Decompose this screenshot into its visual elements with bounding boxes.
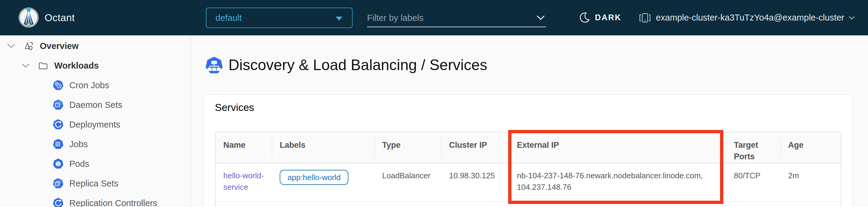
chevron-down-icon [848, 16, 855, 20]
page-title: Discovery & Load Balancing / Services [228, 56, 487, 74]
cron-jobs-icon [53, 79, 64, 91]
column-header-labels[interactable]: Labels [272, 132, 374, 163]
sidebar-item-label: Daemon Sets [69, 100, 122, 110]
sidebar-item-deployments[interactable]: Deployments [0, 115, 191, 134]
chevron-down-icon[interactable] [536, 15, 545, 21]
service-link[interactable]: hello-world-service [223, 171, 264, 191]
replication-controllers-icon [53, 197, 64, 207]
cluster-icon [638, 11, 652, 24]
caret-down-icon [336, 17, 342, 21]
namespace-selector-value: default [216, 13, 242, 23]
cell-name: hello-world-service [216, 163, 272, 202]
label-filter [367, 9, 546, 27]
sidebar-item-jobs[interactable]: Jobs [0, 134, 191, 154]
label-chip[interactable]: app:hello-world [280, 170, 348, 185]
cell-labels: app:hello-world [272, 163, 374, 202]
deployments-icon [53, 119, 64, 130]
sidebar-item-label: Replication Controllers [69, 198, 157, 207]
applications-icon [23, 40, 34, 52]
cell-external-ip: nb-104-237-148-76.newark.nodebalancer.li… [509, 163, 726, 202]
sidebar-item-workloads[interactable]: Workloads [0, 56, 191, 75]
daemon-sets-icon [53, 99, 64, 111]
cluster-selector[interactable]: example-cluster-ka3TuTzYo4a@example-clus… [638, 0, 855, 35]
table-row: hello-world-service app:hello-world Load… [216, 163, 841, 202]
sidebar-item-replica-sets[interactable]: Replica Sets [0, 174, 191, 193]
sidebar-item-label: Overview [40, 41, 79, 51]
sidebar-item-replication-controllers[interactable]: Replication Controllers [0, 193, 191, 207]
sidebar-item-daemon-sets[interactable]: Daemon Sets [0, 95, 191, 114]
sidebar-item-label: Cron Jobs [69, 80, 109, 90]
column-header-external-ip[interactable]: External IP [509, 132, 726, 163]
chevron-down-icon[interactable] [21, 63, 31, 68]
sidebar-item-pods[interactable]: Pods [0, 154, 191, 174]
octant-app: { "header": { "app_name": "Octant", "nam… [0, 0, 868, 207]
cell-target-ports: 80/TCP [726, 163, 780, 202]
theme-toggle-label: DARK [595, 13, 621, 22]
column-header-type[interactable]: Type [374, 132, 441, 163]
moon-icon [580, 12, 590, 24]
column-header-cluster-ip[interactable]: Cluster IP [441, 132, 509, 163]
services-table: Name Labels Type Cluster IP External IP … [215, 132, 841, 207]
column-header-name[interactable]: Name [216, 132, 272, 163]
chevron-down-icon[interactable] [6, 43, 16, 49]
label-filter-input[interactable] [367, 13, 546, 23]
sidebar-item-label: Replica Sets [69, 179, 119, 188]
table-header-row: Name Labels Type Cluster IP External IP … [216, 132, 841, 163]
cell-type: LoadBalancer [374, 163, 441, 202]
column-header-age[interactable]: Age [780, 132, 841, 163]
table-row-partial [216, 202, 841, 207]
top-bar: Octant default DARK example-cluster-ka3T… [0, 0, 868, 35]
pods-icon [53, 158, 64, 170]
app-title: Octant [44, 0, 75, 35]
cell-age: 2m [780, 163, 841, 202]
replica-sets-icon [53, 178, 64, 189]
jobs-icon [53, 138, 64, 150]
cell-cluster-ip: 10.98.30.125 [441, 163, 509, 202]
namespace-selector[interactable]: default [206, 7, 352, 28]
services-card: Services Name Labels Type Cluster IP Ext… [204, 95, 853, 207]
services-card-title: Services [215, 102, 254, 113]
services-heptagon-icon [205, 56, 224, 75]
octant-logo-icon [16, 5, 41, 30]
theme-toggle[interactable]: DARK [580, 0, 621, 35]
folder-icon [37, 60, 49, 71]
sidebar-item-label: Jobs [69, 139, 88, 149]
sidebar-nav: Overview Workloads Cron Jobs Daemon Sets [0, 35, 191, 207]
column-header-target-ports[interactable]: Target Ports [726, 132, 780, 163]
sidebar-item-label: Workloads [54, 61, 99, 71]
cluster-selector-label: example-cluster-ka3TuTzYo4a@example-clus… [656, 13, 844, 23]
sidebar-item-label: Pods [69, 159, 89, 169]
sidebar-item-overview[interactable]: Overview [0, 36, 191, 56]
sidebar-item-cron-jobs[interactable]: Cron Jobs [0, 76, 191, 95]
sidebar-item-label: Deployments [69, 120, 120, 130]
